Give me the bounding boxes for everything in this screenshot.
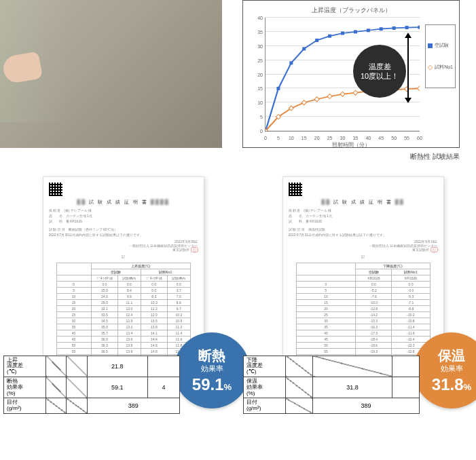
badge-value: 31.8 [432,375,464,394]
ytick: 30 [245,43,263,48]
fabric-photo [0,0,222,148]
hand-shape [1,52,43,85]
cell-value: 21.8 [87,356,147,377]
insulation-badge: 断熱 効果率 59.1% [174,332,250,408]
svg-rect-4 [315,39,318,42]
chart-container: 上昇温度（ブラックパネル） 0 5 10 15 20 25 30 35 40 0… [242,0,460,161]
diff-arrow-icon [407,37,409,99]
svg-rect-6 [341,31,344,35]
xtick: 60 [417,136,422,140]
svg-rect-11 [405,26,409,29]
ytick: 25 [245,58,263,62]
callout-line2: 10度以上！ [361,71,399,81]
qr-icon [49,183,62,196]
enlarged-table-right: 下降温度差(℃) 保温効果率(%) 31.8 目付(g/m²) 389 [243,356,420,414]
svg-rect-12 [418,26,420,29]
row-label: 上昇温度差(℃) [4,356,46,377]
qr-icon [289,183,302,196]
svg-rect-3 [302,47,306,50]
svg-rect-5 [328,35,331,38]
ytick: 35 [245,29,263,34]
xtick: 45 [378,136,384,140]
ytick: 40 [245,16,263,20]
xtick: 20 [314,136,320,140]
svg-rect-19 [340,92,345,96]
svg-rect-20 [353,90,358,95]
xtick: 10 [289,136,294,140]
callout-bubble: 温度差 10度以上！ [353,45,406,98]
ytick: 5 [245,115,263,119]
chart-title: 上昇温度（ブラックパネル） [247,6,455,15]
svg-rect-13 [266,128,268,131]
badge-value: 59.1 [192,375,224,394]
x-axis-label: 照射時間（分） [247,141,455,149]
legend-item: 空試験 [435,42,449,49]
badge-title: 保温 [438,347,465,365]
badge-subtitle: 効果率 [441,364,463,374]
svg-rect-8 [367,28,370,32]
svg-rect-2 [289,61,293,64]
xtick: 25 [327,136,333,140]
xtick: 35 [353,136,359,140]
xtick: 5 [277,136,280,140]
svg-rect-18 [327,94,332,99]
doc-title: 試 験 成 績 証 明 書 [89,199,148,204]
svg-rect-9 [380,27,383,31]
badge-title: 断熱 [198,347,225,365]
cell-value: 389 [312,398,419,414]
svg-rect-15 [289,106,293,111]
row-label: 目付(g/m²) [4,398,46,414]
svg-rect-10 [392,26,396,30]
svg-rect-25 [417,86,420,91]
ytick: 15 [245,86,263,91]
ytick: 20 [245,72,263,77]
chart-caption: 断熱性 試験結果 [242,152,460,161]
row-label: 下降温度差(℃) [244,356,286,377]
xtick: 55 [404,136,409,140]
xtick: 40 [365,136,371,140]
badge-unit: % [224,382,232,392]
row-label: 保温効果率(%) [244,377,286,398]
cell-value: 59.1 [87,377,147,398]
svg-rect-1 [276,87,280,90]
svg-rect-7 [354,30,357,33]
cell-value: 389 [87,398,179,414]
xtick: 30 [340,136,346,140]
chart-legend: 空試験 試料No1 [425,24,456,88]
svg-rect-14 [276,115,280,119]
xtick: 0 [264,136,267,140]
cell-value: 31.8 [312,377,392,398]
ytick: 0 [245,129,263,134]
callout-line1: 温度差 [369,62,391,71]
cell-value: 4 [147,377,179,398]
badge-subtitle: 効果率 [201,364,223,374]
enlarged-table-left: 上昇温度差(℃) 21.8 断熱効果率(%) 59.1 4 目付(g/m²) 3… [3,356,180,414]
svg-rect-16 [301,100,306,105]
xtick: 15 [301,136,307,140]
report-right: ██ 試 験 成 績 証 明 書 ██ 依 頼 者 (株) ナレアール 様 品 … [257,176,469,387]
row-label: 目付(g/m²) [244,398,286,414]
badge-unit: % [464,382,472,392]
report-left: ██ 試 験 成 績 証 明 書 ████ 依 頼 者 (株) ナレアール 様 … [17,176,230,387]
xtick: 50 [391,136,397,140]
doc-title: 試 験 成 績 証 明 書 [333,199,392,204]
legend-item: 試料No1 [435,64,453,71]
ytick: 10 [245,100,263,105]
row-label: 断熱効果率(%) [4,377,46,398]
svg-rect-17 [314,97,319,102]
